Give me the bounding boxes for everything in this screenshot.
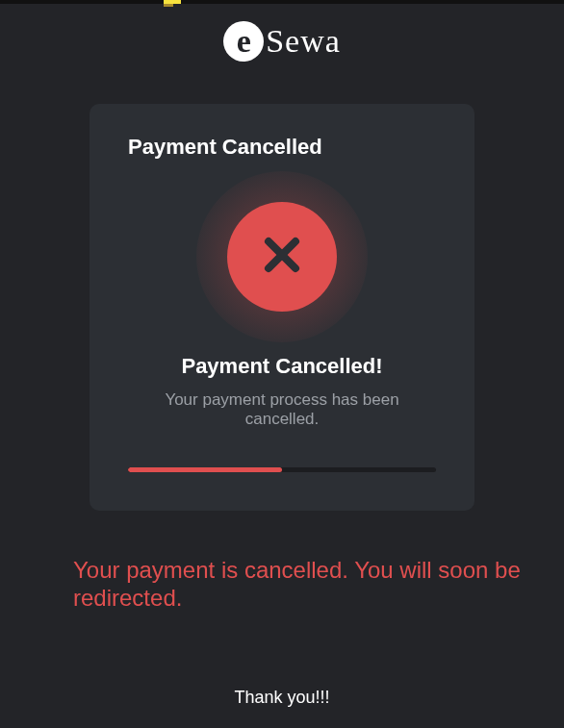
status-icon-area	[128, 171, 436, 342]
status-icon-glow	[196, 171, 368, 342]
status-icon-circle	[227, 202, 337, 312]
window-top-bar	[0, 0, 564, 4]
top-accent-shadow	[164, 4, 173, 7]
redirect-progress-bar	[128, 467, 436, 472]
brand-mark-letter: e	[237, 25, 251, 58]
payment-status-card: Payment Cancelled Payment Cancelled! You…	[90, 104, 474, 511]
brand-logo: e Sewa	[0, 21, 564, 62]
x-cross-icon	[259, 232, 305, 282]
brand-name: Sewa	[266, 23, 341, 60]
card-heading: Payment Cancelled	[128, 135, 436, 160]
status-title: Payment Cancelled!	[128, 354, 436, 379]
redirect-message: Your payment is cancelled. You will soon…	[73, 557, 529, 613]
redirect-progress-fill	[128, 467, 282, 472]
status-subtitle: Your payment process has been cancelled.	[128, 390, 436, 429]
thank-you-message: Thank you!!!	[0, 688, 564, 708]
brand-mark: e	[223, 21, 264, 62]
